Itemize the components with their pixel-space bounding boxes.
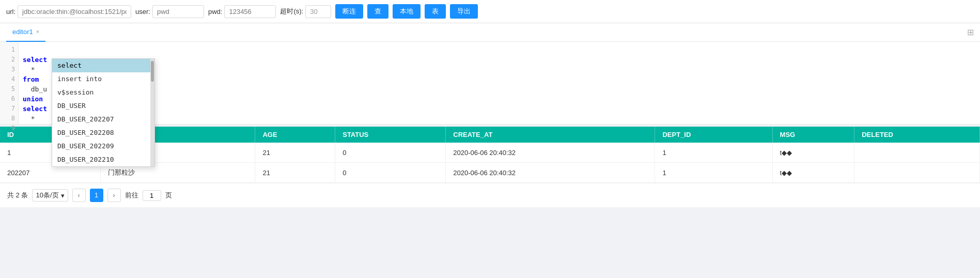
tab-bar: editor1 × ⊞ xyxy=(0,23,980,42)
line-num-4: 4 xyxy=(11,74,15,84)
cell-create-at: 2020-06-06 20:40:32 xyxy=(446,143,655,163)
autocomplete-item-select[interactable]: select xyxy=(52,59,154,72)
url-input[interactable] xyxy=(18,5,131,18)
timeout-field: 超时(s): xyxy=(280,5,331,18)
line-num-2: 2 xyxy=(11,55,15,65)
pwd-label: pwd: xyxy=(208,8,222,16)
page-size-select[interactable]: 10条/页 ▾ xyxy=(32,189,68,202)
tab-editor1[interactable]: editor1 × xyxy=(6,23,45,42)
table-button[interactable]: 表 xyxy=(425,4,446,19)
page-size-label: 10条/页 xyxy=(36,191,58,200)
line-num-8: 8 xyxy=(11,114,15,123)
autocomplete-scrollbar-track[interactable] xyxy=(150,59,154,166)
timeout-input[interactable] xyxy=(305,5,331,18)
autocomplete-item-insert[interactable]: insert into xyxy=(52,72,154,86)
tab-label: editor1 xyxy=(12,28,33,36)
cell-age: 21 xyxy=(255,143,335,163)
line-num-1: 1 xyxy=(11,45,15,55)
cell-age: 21 xyxy=(255,163,335,183)
line-num-7: 7 xyxy=(11,104,15,114)
pwd-field: pwd: xyxy=(208,5,276,18)
col-dept-id: DEPT_ID xyxy=(655,127,772,143)
col-create-at: CREATE_AT xyxy=(446,127,655,143)
cell-create-at: 2020-06-06 20:40:32 xyxy=(446,163,655,183)
goto-input[interactable] xyxy=(143,190,161,201)
cell-msg: t◆◆ xyxy=(772,163,854,183)
line-num-6: 6 xyxy=(11,94,15,104)
autocomplete-item-dbuser202207[interactable]: DB_USER_202207 xyxy=(52,113,154,126)
url-field: url: xyxy=(6,5,131,18)
pagination: 共 2 条 10条/页 ▾ ‹ 1 › 前往 页 xyxy=(0,183,980,207)
user-field: user: xyxy=(135,5,204,18)
user-label: user: xyxy=(135,8,150,16)
autocomplete-item-dbuser202210[interactable]: DB_USER_202210 xyxy=(52,153,154,166)
col-deleted: DELETED xyxy=(854,127,980,143)
autocomplete-item-dbuser202209[interactable]: DB_USER_202209 xyxy=(52,140,154,153)
editor-content[interactable]: select se * from db_u union select * fro… xyxy=(19,42,980,124)
prev-page-button[interactable]: ‹ xyxy=(72,189,86,202)
timeout-label: 超时(s): xyxy=(280,7,303,16)
export-button[interactable]: 导出 xyxy=(450,4,478,19)
local-button[interactable]: 本地 xyxy=(393,4,421,19)
autocomplete-item-dbuser[interactable]: DB_USER xyxy=(52,99,154,113)
goto-prefix: 前往 xyxy=(125,191,138,200)
autocomplete-item-vsession[interactable]: v$session xyxy=(52,86,154,99)
pwd-input[interactable] xyxy=(224,5,276,18)
current-page-button[interactable]: 1 xyxy=(90,189,103,202)
cell-status: 0 xyxy=(335,143,446,163)
disconnect-button[interactable]: 断连 xyxy=(335,4,363,19)
user-input[interactable] xyxy=(152,5,204,18)
page-size-chevron-icon: ▾ xyxy=(61,192,65,199)
autocomplete-item-dbuser202208[interactable]: DB_USER_202208 xyxy=(52,126,154,140)
next-icon: › xyxy=(113,192,115,199)
editor-area: 1 2 3 4 5 6 7 8 9 select se * from db_u … xyxy=(0,42,980,125)
cell-status: 0 xyxy=(335,163,446,183)
editor-gutter: 1 2 3 4 5 6 7 8 9 xyxy=(0,42,19,124)
next-page-button[interactable]: › xyxy=(107,189,121,202)
col-msg: MSG xyxy=(772,127,854,143)
toolbar: url: user: pwd: 超时(s): 断连 查 本地 表 导出 xyxy=(0,0,980,23)
total-count: 共 2 条 xyxy=(7,191,28,200)
cell-dept-id: 1 xyxy=(655,163,772,183)
col-age: AGE xyxy=(255,127,335,143)
prev-icon: ‹ xyxy=(78,192,80,199)
line-num-3: 3 xyxy=(11,65,15,74)
url-label: url: xyxy=(6,8,15,16)
col-status: STATUS xyxy=(335,127,446,143)
query-button[interactable]: 查 xyxy=(367,4,388,19)
cell-deleted xyxy=(854,143,980,163)
cell-dept-id: 1 xyxy=(655,143,772,163)
cell-msg: t◆◆ xyxy=(772,143,854,163)
goto-suffix: 页 xyxy=(165,191,172,200)
autocomplete-dropdown: select insert into v$session DB_USER DB_… xyxy=(52,58,155,167)
autocomplete-scrollbar-thumb xyxy=(151,61,154,82)
line-num-5: 5 xyxy=(11,84,15,94)
cell-deleted xyxy=(854,163,980,183)
tab-close-icon[interactable]: × xyxy=(36,29,39,35)
line-num-9: 9 xyxy=(11,123,15,133)
expand-icon[interactable]: ⊞ xyxy=(967,27,974,37)
